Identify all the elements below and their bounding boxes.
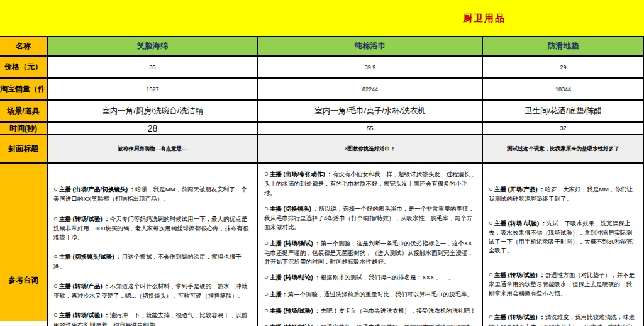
script-line-label: 主播 (切换镜头/试验) ： [59, 253, 122, 260]
script-line: ○主播 (转场 /试验) ：先试一下吸水效果，洗完澡踩上去，吸水效果很不错（现场… [489, 218, 638, 256]
script-line: ○主播 (转场/结论) ：根据刚才的测试，我们得出的排名是：XXX，.....。 [264, 272, 476, 283]
row-scene: 场景/道具 室内一角/厨房/洗碗台/洗洁精 室内一角/毛巾/桌子/水杯/洗衣机 … [0, 100, 644, 122]
script-line: ○主播 (转场/产品) ：不知道这个叫什么材料，拿到手是硬的，热水一冲就变软，再… [53, 281, 252, 301]
script-line: ○主播 (开场/产品) ：哈罗，大家好，我是MM，你们让我测试的硅胶泥脚垫终于到… [489, 184, 638, 204]
row-sales: 淘宝销量（件） 1527 82244 10344 [0, 78, 644, 100]
product-name-cell-1[interactable]: 笑脸海绵 [47, 37, 258, 56]
spreadsheet-view: 厨卫用品 名称 笑脸海绵 纯棉浴巾 防滑地垫 价格（元） 35 39.9 29 … [0, 0, 644, 326]
anchor-circle-icon: ○ [264, 239, 269, 247]
script-line-label: 主播 (转场/试验) ： [270, 307, 321, 314]
row-label-sales[interactable]: 淘宝销量（件） [0, 78, 47, 100]
script-line-label: 主播 (切换镜头) ： [270, 205, 319, 212]
script-line-label: 主播 (转场/测试) ： [270, 240, 321, 247]
sales-cell-1[interactable]: 1527 [47, 78, 258, 100]
script-line-label: 主播 (转场/试验) ： [59, 215, 110, 222]
row-label-time[interactable]: 时间(秒) [0, 122, 47, 135]
row-label-price[interactable]: 价格（元） [0, 56, 47, 78]
script-line-text: 第一个测验，通过洗涤前后的重量对比，我们可以算出毛巾的脱毛率。 [287, 291, 473, 298]
anchor-circle-icon: ○ [489, 271, 493, 278]
script-line-label: 主播 (转场/试验) ： [59, 312, 110, 318]
script-line-label: 主播 (转场/试验) ： [494, 313, 545, 320]
anchor-circle-icon: ○ [53, 215, 58, 222]
anchor-circle-icon: ○ [264, 205, 269, 212]
row-time: 时间(秒) 28 55 37 [0, 122, 644, 135]
scene-cell-3[interactable]: 卫生间/花洒/底垫/陈醋 [482, 100, 644, 122]
script-cell-1[interactable]: ○主播 (出场/产品/切换镜头) ：哈喽，我是MM，前两天被朋友安利了一个美国进… [47, 163, 258, 326]
cover-title-cell-2[interactable]: 3图教你挑选好浴巾！ [258, 135, 482, 163]
script-line: ○主播 (转场/试验) ：今天专门等妈妈洗碗的时候试用一下，最大的优点是洗锅非常… [53, 213, 252, 242]
script-line-text: 根据刚才的测试，我们得出的排名是：XXX，.....。 [321, 274, 455, 281]
row-label-cover[interactable]: 封面标题 [0, 135, 47, 163]
script-line: ○主播 (出场/夸张动作) ：有没有小仙女和我一样，超级讨厌擦头发，过程漫长，头… [264, 169, 476, 198]
script-line: ○主播 (转场/试验) ：去吧！皮卡丘（毛巾丢进洗衣机），接受洗衣机的洗礼吧！ [264, 305, 476, 316]
script-line: ○主播 (切换镜头/试验) ：用这个擦拭，不会伤到锅的涂层，擦得也很干净。 [53, 251, 252, 271]
anchor-circle-icon: ○ [489, 219, 493, 227]
anchor-circle-icon: ○ [264, 273, 269, 281]
script-line: ○主播 (转场/测试) ：第一个测验，这是判断一条毛巾的优劣指标之一，这个XX毛… [264, 238, 476, 267]
product-name-cell-3[interactable]: 防滑地垫 [482, 37, 644, 56]
time-cell-1[interactable]: 28 [47, 122, 258, 135]
scene-cell-1[interactable]: 室内一角/厨房/洗碗台/洗洁精 [47, 100, 258, 122]
script-line: ○主播 (切换镜头) ：所以说，选择一个好的擦头浴巾，是一个非常重要的事情，我从… [264, 203, 476, 232]
title-banner-cell[interactable]: 厨卫用品 [0, 0, 644, 36]
script-line-label: 主播 (开场/产品) ： [494, 186, 545, 193]
script-line-label: 主播 (转场/结论) ： [270, 323, 321, 326]
script-line-label: 主播： [270, 291, 288, 298]
product-name-cell-2[interactable]: 纯棉浴巾 [258, 37, 482, 56]
anchor-circle-icon: ○ [264, 323, 269, 326]
anchor-circle-icon: ○ [264, 306, 269, 314]
row-label-scene[interactable]: 场景/道具 [0, 100, 47, 122]
cover-title-cell-1[interactable]: 被称作厨房萌物…有点意思… [47, 135, 258, 163]
script-line: ○主播 (转场/试验) ：清洗难度，我用比较难清洗，味道较大的食醋泼上去（泼到底… [489, 312, 638, 326]
page-title: 厨卫用品 [463, 12, 506, 24]
script-cell-3[interactable]: ○主播 (开场/产品) ：哈罗，大家好，我是MM，你们让我测试的硅胶泥脚垫终于到… [482, 163, 644, 326]
script-line: ○主播：第一个测验，通过洗涤前后的重量对比，我们可以算出毛巾的脱毛率。 [264, 289, 476, 300]
anchor-circle-icon: ○ [264, 290, 269, 298]
row-cover-title: 封面标题 被称作厨房萌物…有点意思… 3图教你挑选好浴巾！ 测试过这个玩意，比我… [0, 135, 644, 163]
price-cell-2[interactable]: 39.9 [258, 56, 482, 78]
row-label-script[interactable]: 参考台词 [0, 163, 47, 326]
script-line: ○主播 (转场/试验) ：舒适性方面（对比垫子），并不是家里通常用的软垫尽管能吸… [489, 269, 638, 298]
anchor-circle-icon: ○ [489, 185, 493, 193]
cover-title-cell-3[interactable]: 测试过这个玩意，比我家原来的垫吸水性好多了 [482, 135, 644, 163]
script-line-label: 主播 (转场/产品) ： [59, 283, 110, 289]
banner-row-divider [0, 3, 644, 3]
row-script: 参考台词 ○主播 (出场/产品/切换镜头) ：哈喽，我是MM，前两天被朋友安利了… [0, 163, 644, 326]
script-cell-2[interactable]: ○主播 (出场/夸张动作) ：有没有小仙女和我一样，超级讨厌擦头发，过程漫长，头… [258, 163, 482, 326]
anchor-circle-icon: ○ [264, 170, 269, 177]
product-comparison-table: 名称 笑脸海绵 纯棉浴巾 防滑地垫 价格（元） 35 39.9 29 淘宝销量（… [0, 36, 644, 326]
script-line-label: 主播 (转场/试验) ： [494, 271, 545, 278]
anchor-circle-icon: ○ [53, 185, 58, 193]
anchor-circle-icon: ○ [53, 252, 58, 260]
anchor-circle-icon: ○ [489, 313, 493, 320]
script-line-text: 去吧！皮卡丘（毛巾丢进洗衣机），接受洗衣机的洗礼吧！ [321, 307, 476, 314]
scene-cell-2[interactable]: 室内一角/毛巾/桌子/水杯/洗衣机 [258, 100, 482, 122]
script-line-label: 主播 (转场 /试验) ： [494, 220, 547, 227]
script-line: ○主播 (转场/试验) ：油污冲一下，就能去掉，很透气，比较容易干，以前用的洗碗… [53, 310, 252, 326]
script-line: ○主播 (转场/结论) ：脱毛率越低，则毛巾质量越好，根据刚才的试验得出的结论，… [264, 322, 476, 326]
time-cell-3[interactable]: 37 [482, 122, 644, 135]
time-cell-2[interactable]: 55 [258, 122, 482, 135]
anchor-circle-icon: ○ [53, 282, 58, 289]
sales-cell-3[interactable]: 10344 [482, 78, 644, 100]
anchor-circle-icon: ○ [53, 311, 58, 318]
script-line-label: 主播 (出场/产品/切换镜头) ： [59, 186, 135, 193]
price-cell-1[interactable]: 35 [47, 56, 258, 78]
row-price: 价格（元） 35 39.9 29 [0, 56, 644, 78]
row-name: 名称 笑脸海绵 纯棉浴巾 防滑地垫 [0, 37, 644, 56]
sales-cell-2[interactable]: 82244 [258, 78, 482, 100]
row-label-name[interactable]: 名称 [0, 37, 47, 56]
script-line-label: 主播 (转场/结论) ： [270, 274, 321, 281]
script-line: ○主播 (出场/产品/切换镜头) ：哈喽，我是MM，前两天被朋友安利了一个美国进… [53, 184, 252, 204]
price-cell-3[interactable]: 29 [482, 56, 644, 78]
script-line-label: 主播 (出场/夸张动作) ： [270, 171, 333, 177]
